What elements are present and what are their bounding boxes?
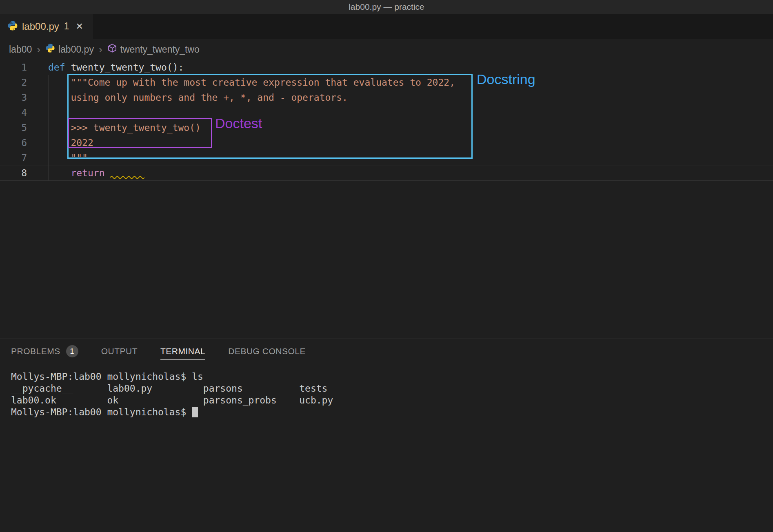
code-text[interactable]: return: [34, 166, 773, 180]
code-line[interactable]: 2 """Come up with the most creative expr…: [0, 75, 773, 90]
line-number[interactable]: 5: [0, 120, 34, 135]
code-text[interactable]: >>> twenty_twenty_two(): [34, 120, 773, 135]
code-token: using only numbers and the +, *, and - o…: [71, 92, 348, 103]
close-icon[interactable]: ✕: [76, 21, 83, 32]
bottom-panel: PROBLEMS 1 OUTPUT TERMINAL DEBUG CONSOLE…: [0, 339, 773, 532]
line-number[interactable]: 7: [0, 151, 34, 166]
breadcrumb-label: lab00: [9, 44, 32, 55]
chevron-right-icon: ›: [36, 44, 41, 55]
code-token: """Come up with the most creative expres…: [71, 77, 455, 88]
code-token: [104, 168, 110, 178]
breadcrumb-item-symbol[interactable]: twenty_twenty_two: [107, 43, 200, 55]
panel-tab-label: DEBUG CONSOLE: [228, 346, 306, 356]
panel-tabs: PROBLEMS 1 OUTPUT TERMINAL DEBUG CONSOLE: [0, 339, 773, 368]
panel-tab-output[interactable]: OUTPUT: [101, 346, 138, 360]
terminal-line: __pycache__ lab00.py parsons tests: [11, 383, 773, 395]
breadcrumb-label: twenty_twenty_two: [120, 44, 200, 55]
code-text[interactable]: def twenty_twenty_two():: [34, 60, 773, 75]
code-line[interactable]: 7 """: [0, 151, 773, 166]
code-token: return: [71, 168, 104, 178]
breadcrumb: lab00 › lab00.py › twenty_twenty_two: [0, 39, 773, 60]
code-text[interactable]: [34, 105, 773, 120]
symbol-cube-icon: [107, 43, 117, 55]
tab-modified-badge: 1: [64, 21, 69, 32]
panel-tab-label: TERMINAL: [160, 346, 205, 356]
code-lines: 1def twenty_twenty_two():2 """Come up wi…: [0, 60, 773, 181]
code-text[interactable]: 2022: [34, 135, 773, 151]
code-token: def: [48, 62, 65, 73]
terminal-line: Mollys-MBP:lab00 mollynicholas$ ls: [11, 371, 773, 383]
terminal-cursor: [192, 407, 198, 417]
line-number[interactable]: 4: [0, 105, 34, 120]
line-number[interactable]: 6: [0, 135, 34, 151]
breadcrumb-item-lab00[interactable]: lab00: [9, 44, 32, 55]
code-token: >>> twenty_twenty_two(): [71, 122, 201, 133]
code-token: """: [71, 153, 88, 163]
breadcrumb-item-file[interactable]: lab00.py: [45, 43, 94, 55]
chevron-right-icon: ›: [98, 44, 103, 55]
line-number[interactable]: 8: [0, 166, 34, 180]
panel-tab-problems[interactable]: PROBLEMS 1: [11, 345, 78, 361]
panel-tab-label: PROBLEMS: [11, 346, 60, 356]
python-icon: [7, 20, 18, 33]
editor-tabstrip: lab00.py 1 ✕: [0, 14, 773, 39]
problems-count-badge: 1: [66, 345, 78, 357]
code-text[interactable]: """: [34, 151, 773, 166]
terminal-line: lab00.ok ok parsons_probs ucb.py: [11, 395, 773, 406]
tab-lab00[interactable]: lab00.py 1 ✕: [0, 14, 93, 39]
code-line[interactable]: 1def twenty_twenty_two():: [0, 60, 773, 75]
code-line[interactable]: 6 2022: [0, 135, 773, 151]
code-token: twenty_twenty_two():: [71, 62, 184, 73]
window-titlebar: lab00.py — practice: [0, 0, 773, 14]
code-token: [65, 62, 71, 73]
line-number[interactable]: 2: [0, 75, 34, 90]
missing-expression-squiggle: [110, 167, 144, 176]
terminal[interactable]: Mollys-MBP:lab00 mollynicholas$ ls__pyca…: [0, 368, 773, 418]
panel-tab-label: OUTPUT: [101, 346, 138, 356]
indent-guide: [48, 75, 49, 181]
code-line[interactable]: 3 using only numbers and the +, *, and -…: [0, 90, 773, 105]
line-number[interactable]: 3: [0, 90, 34, 105]
panel-tab-debug-console[interactable]: DEBUG CONSOLE: [228, 346, 306, 360]
code-line[interactable]: 8 return: [0, 166, 773, 181]
breadcrumb-label: lab00.py: [58, 44, 94, 55]
window-title: lab00.py — practice: [349, 2, 424, 12]
panel-tab-terminal[interactable]: TERMINAL: [160, 346, 205, 360]
code-text[interactable]: """Come up with the most creative expres…: [34, 75, 773, 90]
code-token: 2022: [71, 137, 93, 148]
terminal-output: Mollys-MBP:lab00 mollynicholas$ ls__pyca…: [11, 371, 773, 418]
code-line[interactable]: 5 >>> twenty_twenty_two(): [0, 120, 773, 135]
editor[interactable]: 1def twenty_twenty_two():2 """Come up wi…: [0, 60, 773, 339]
line-number[interactable]: 1: [0, 60, 34, 75]
code-text[interactable]: using only numbers and the +, *, and - o…: [34, 90, 773, 105]
terminal-line: Mollys-MBP:lab00 mollynicholas$: [11, 406, 773, 418]
python-icon: [45, 43, 55, 55]
code-line[interactable]: 4: [0, 105, 773, 120]
tab-label: lab00.py: [22, 21, 59, 32]
